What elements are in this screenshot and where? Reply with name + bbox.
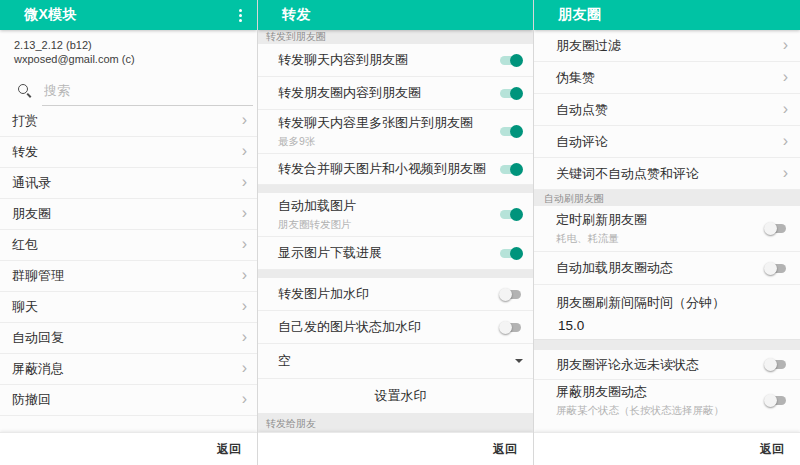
- moments-item-auto-like[interactable]: 自动点赞 ›: [534, 94, 800, 126]
- setting-row[interactable]: 自动加载图片 朋友圈转发图片: [258, 193, 533, 237]
- section-divider: [534, 340, 800, 350]
- back-button[interactable]: 返回: [760, 441, 784, 458]
- toggle-switch[interactable]: [764, 393, 788, 407]
- setting-row[interactable]: 转发聊天内容到朋友圈: [258, 44, 533, 77]
- setting-row[interactable]: 转发聊天内容里多张图片到朋友圈 最多9张: [258, 110, 533, 154]
- dropdown-selected-value: 空: [278, 352, 291, 370]
- sidebar-item-liaotian[interactable]: 聊天 ›: [0, 292, 257, 323]
- chevron-right-icon: ›: [783, 101, 788, 119]
- setting-row[interactable]: 屏蔽朋友圈动态 屏蔽某个状态（长按状态选择屏蔽）: [534, 380, 800, 420]
- module-appbar: 微X模块: [0, 0, 257, 30]
- toggle-switch[interactable]: [764, 261, 788, 275]
- overflow-menu-icon[interactable]: [233, 7, 247, 23]
- toggle-switch[interactable]: [499, 246, 523, 260]
- sidebar-item-pingbixiaoxi[interactable]: 屏蔽消息 ›: [0, 354, 257, 385]
- chevron-right-icon: ›: [783, 69, 788, 87]
- sidebar-item-zhuanfa[interactable]: 转发 ›: [0, 137, 257, 168]
- section-header-auto-refresh: 自动刷朋友圈: [534, 190, 800, 206]
- dropdown-caret-icon: [515, 359, 523, 363]
- back-button[interactable]: 返回: [493, 441, 517, 458]
- moments-appbar: 朋友圈: [534, 0, 800, 30]
- search-icon: [18, 84, 31, 97]
- sidebar-item-tongxunlu[interactable]: 通讯录 ›: [0, 168, 257, 199]
- chevron-right-icon: ›: [242, 298, 247, 316]
- chevron-right-icon: ›: [242, 174, 247, 192]
- setting-row[interactable]: 自动加载朋友圈动态: [534, 252, 800, 285]
- refresh-interval-input[interactable]: [558, 318, 788, 333]
- setting-row[interactable]: 朋友圈评论永远未读状态: [534, 350, 800, 380]
- toggle-switch[interactable]: [764, 222, 788, 236]
- sidebar-item-qunliao[interactable]: 群聊管理 ›: [0, 261, 257, 292]
- setting-row[interactable]: 自己发的图片状态加水印: [258, 311, 533, 344]
- chevron-right-icon: ›: [783, 165, 788, 183]
- chevron-right-icon: ›: [242, 112, 247, 130]
- forward-panel: 转发 转发到朋友圈 转发聊天内容到朋友圈 转发朋友圈内容到朋友圈 转发聊天内容里…: [257, 0, 533, 465]
- setting-row[interactable]: 转发图片加水印: [258, 278, 533, 311]
- toggle-switch[interactable]: [499, 208, 523, 222]
- app-title: 微X模块: [24, 6, 77, 24]
- setting-row[interactable]: 转发合并聊天图片和小视频到朋友圈: [258, 154, 533, 185]
- author-email: wxposed@gmail.com (c): [14, 52, 245, 66]
- sidebar-item-hongbao[interactable]: 红包 ›: [0, 230, 257, 261]
- moments-item-auto-comment[interactable]: 自动评论 ›: [534, 126, 800, 158]
- chevron-right-icon: ›: [242, 236, 247, 254]
- chevron-right-icon: ›: [783, 133, 788, 151]
- version-info: 2.13_2.12 (b12) wxposed@gmail.com (c): [0, 30, 257, 70]
- section-header-forward-to-friends: 转发给朋友: [258, 413, 533, 432]
- chevron-right-icon: ›: [242, 329, 247, 347]
- setting-row[interactable]: 转发朋友圈内容到朋友圈: [258, 77, 533, 110]
- moments-panel: 朋友圈 朋友圈过滤 › 伪集赞 › 自动点赞 › 自动评论 › 关键词不自动点赞…: [533, 0, 800, 465]
- toggle-switch[interactable]: [499, 125, 523, 139]
- setting-subtitle: 屏蔽某个状态（长按状态选择屏蔽）: [556, 404, 764, 418]
- moments-item-fake-likes[interactable]: 伪集赞 ›: [534, 62, 800, 94]
- screen: 微X模块 2.13_2.12 (b12) wxposed@gmail.com (…: [0, 0, 800, 465]
- sidebar-item-pengyouquan[interactable]: 朋友圈 ›: [0, 199, 257, 230]
- sidebar-item-dashang[interactable]: 打赏 ›: [0, 106, 257, 137]
- page-title: 朋友圈: [558, 6, 602, 24]
- setting-subtitle: 耗电、耗流量: [556, 232, 764, 246]
- moments-item-filter[interactable]: 朋友圈过滤 ›: [534, 30, 800, 62]
- setting-subtitle: 最多9张: [278, 135, 499, 149]
- chevron-right-icon: ›: [242, 143, 247, 161]
- module-panel: 微X模块 2.13_2.12 (b12) wxposed@gmail.com (…: [0, 0, 257, 465]
- bottom-bar: 返回: [534, 432, 800, 465]
- toggle-switch[interactable]: [499, 53, 523, 67]
- section-divider: [258, 185, 533, 193]
- section-header-forward-to-moments: 转发到朋友圈: [258, 30, 533, 44]
- section-divider: [258, 270, 533, 278]
- search-bar: [0, 70, 257, 106]
- setting-row[interactable]: 显示图片下载进展: [258, 237, 533, 270]
- toggle-switch[interactable]: [499, 287, 523, 301]
- toggle-switch[interactable]: [499, 86, 523, 100]
- sidebar-item-fangchehui[interactable]: 防撤回 ›: [0, 385, 257, 416]
- refresh-interval-field: [534, 312, 800, 340]
- version-number: 2.13_2.12 (b12): [14, 38, 245, 52]
- toggle-switch[interactable]: [499, 320, 523, 334]
- chevron-right-icon: ›: [242, 391, 247, 409]
- watermark-dropdown[interactable]: 空: [258, 344, 533, 379]
- set-watermark-button[interactable]: 设置水印: [258, 379, 533, 413]
- chevron-right-icon: ›: [242, 205, 247, 223]
- back-button[interactable]: 返回: [217, 441, 241, 458]
- bottom-bar: 返回: [0, 432, 257, 465]
- sidebar-item-zidonghuifu[interactable]: 自动回复 ›: [0, 323, 257, 354]
- bottom-bar: 返回: [258, 432, 533, 465]
- toggle-switch[interactable]: [499, 162, 523, 176]
- search-input[interactable]: [42, 80, 253, 106]
- page-title: 转发: [282, 6, 311, 24]
- refresh-interval-label: 朋友圈刷新间隔时间（分钟）: [534, 285, 800, 312]
- toggle-switch[interactable]: [764, 358, 788, 372]
- chevron-right-icon: ›: [242, 267, 247, 285]
- forward-appbar: 转发: [258, 0, 533, 30]
- setting-subtitle: 朋友圈转发图片: [278, 218, 499, 232]
- chevron-right-icon: ›: [783, 37, 788, 55]
- chevron-right-icon: ›: [242, 360, 247, 378]
- moments-item-keyword-exclude[interactable]: 关键词不自动点赞和评论 ›: [534, 158, 800, 190]
- setting-row[interactable]: 定时刷新朋友圈 耗电、耗流量: [534, 206, 800, 252]
